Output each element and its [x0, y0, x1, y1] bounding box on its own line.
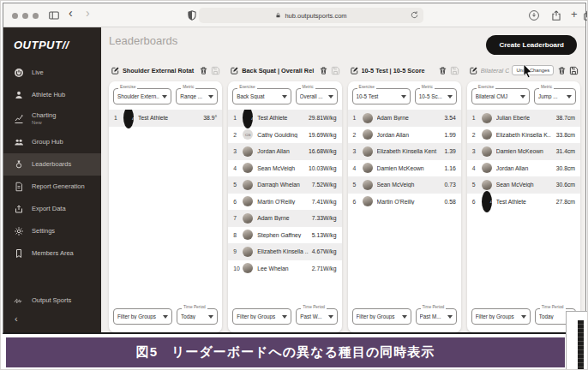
exercise-select[interactable]: Exercise 10-5 Test: [352, 88, 411, 104]
chevron-down-icon: [328, 315, 333, 319]
leaderboard-row[interactable]: 2 Jordan Allan 1.99: [348, 127, 461, 144]
edit-icon[interactable]: [230, 66, 239, 75]
metric-select[interactable]: Metric Overall ...: [296, 88, 338, 104]
athlete-name: Sean McVeigh: [496, 182, 556, 188]
result-value: 27.8cm: [556, 199, 575, 205]
sidebar-item-charting[interactable]: Charting New: [3, 106, 101, 131]
settings-icon: [14, 226, 24, 236]
delete-board-icon[interactable]: [557, 66, 567, 75]
new-tab-icon[interactable]: +: [571, 8, 578, 21]
chevron-down-icon: [520, 95, 525, 98]
athlete-name: Damien McKeown: [377, 165, 445, 171]
leaderboard-row[interactable]: 7 Adam Byrne 7.33W/kg: [228, 210, 341, 227]
exercise-select[interactable]: Exercise Bilateral CMJ: [471, 88, 530, 104]
sidebar-item-athlete-hub[interactable]: Athlete Hub: [3, 84, 101, 106]
metric-select[interactable]: Metric Jump ...: [534, 88, 576, 104]
exercise-select[interactable]: Exercise Shoulder Extern...: [113, 88, 171, 104]
avatar: [363, 146, 373, 157]
leaderboard-row[interactable]: 2 Elizabeth Kinsella K.. 33.8cm: [467, 127, 580, 144]
leaderboard-row[interactable]: 2 CG Cathy Goulding 19.69W/kg: [228, 127, 341, 144]
exercise-select[interactable]: Exercise Back Squat: [232, 88, 291, 104]
leaderboard-row[interactable]: 4 Jordan Allan 30.8cm: [467, 160, 580, 177]
tab-overview-icon[interactable]: [583, 9, 588, 21]
save-board-icon[interactable]: [211, 66, 220, 75]
chevron-down-icon: [401, 95, 406, 98]
athlete-name: Test Athlete: [496, 199, 556, 205]
sidebar-item-export-data[interactable]: Export Data: [3, 198, 101, 220]
edit-icon[interactable]: [469, 66, 478, 75]
downloads-icon[interactable]: [528, 9, 540, 21]
sidebar-item-members-area[interactable]: Members Area: [3, 242, 101, 265]
avatar: [482, 180, 492, 190]
leaderboard-row[interactable]: 3 Jordan Allan 16.68W/kg: [228, 143, 341, 160]
filter-by-groups-select[interactable]: Filter by Groups: [352, 308, 411, 325]
delete-board-icon[interactable]: [319, 66, 328, 75]
address-bar[interactable]: hub.outputsports.com: [199, 8, 423, 23]
leaderboard-row[interactable]: 3 Damien McKeown 31.4cm: [467, 143, 580, 160]
leaderboard-row[interactable]: 9 Elizabeth Kinsella .. 4.67W/kg: [228, 243, 341, 260]
athlete-name: Sean McVeigh: [257, 165, 309, 171]
leaderboard-row[interactable]: 10 Lee Whelan 2.71W/kg: [228, 260, 341, 278]
leaderboard-row[interactable]: 6 // Test Athlete 27.8cm: [467, 194, 580, 211]
traffic-light-zoom[interactable]: [33, 13, 39, 19]
athlete-name: Test Athlete: [138, 115, 203, 121]
live-icon: [14, 68, 24, 78]
time-period-select[interactable]: Time Period Today: [177, 308, 218, 325]
metric-select[interactable]: Metric Range ...: [176, 88, 218, 104]
leaderboard-row[interactable]: 4 Sean McVeigh 10.03W/kg: [228, 160, 341, 177]
delete-board-icon[interactable]: [438, 66, 447, 75]
forward-button[interactable]: ›: [86, 6, 90, 20]
sidebar: OUTPUT// Live Athlete Hub Charting New G…: [3, 27, 101, 332]
avatar: [243, 213, 253, 224]
filter-by-groups-select[interactable]: Filter by Groups: [232, 308, 291, 325]
leaderboard-column: Back Squat | Overall Rel Exercise Back S…: [228, 62, 341, 332]
leaderboard-row[interactable]: 6 Martin O'Reilly 7.41W/kg: [228, 194, 341, 211]
reload-icon[interactable]: [410, 10, 419, 20]
share-icon[interactable]: [550, 9, 562, 21]
metric-select[interactable]: Metric 10-5 Sc...: [415, 88, 457, 104]
report-generation-icon: [14, 182, 24, 192]
boards-container: Shoulder External Rotat Exercise Shoulde…: [109, 62, 580, 332]
delete-board-icon[interactable]: [199, 66, 208, 75]
sidebar-toggle-icon[interactable]: [48, 9, 60, 21]
chevron-down-icon: [328, 95, 333, 98]
leaderboard-row[interactable]: 1 // Test Athlete 38.9°: [109, 110, 222, 127]
filter-by-groups-select[interactable]: Filter by Groups: [471, 308, 531, 325]
leaderboard-row[interactable]: 5 Darragh Whelan 7.52W/kg: [228, 176, 341, 194]
result-value: 30.8cm: [556, 165, 575, 171]
leaderboard-row[interactable]: 5 Sean McVeigh 0.73: [348, 176, 461, 194]
leaderboard-row[interactable]: 5 Sean McVeigh 30.6cm: [467, 176, 580, 194]
create-leaderboard-button[interactable]: Create Leaderboard: [486, 35, 577, 55]
leaderboard-row[interactable]: 1 Adam Byrne 3.54: [348, 110, 461, 127]
sidebar-item-leaderboards[interactable]: Leaderboards: [3, 153, 101, 176]
sidebar-collapse-icon[interactable]: ‹: [3, 312, 101, 329]
leaderboard-rows: 1 // Test Athlete 29.81W/kg 2 CG Cathy G…: [228, 110, 341, 303]
sidebar-item-output-sports[interactable]: Output Sports: [3, 289, 101, 312]
sidebar-item-report-generation[interactable]: Report Generation: [3, 176, 101, 198]
save-board-icon[interactable]: [450, 66, 459, 75]
sidebar-item-group-hub[interactable]: Group Hub: [3, 131, 101, 153]
leaderboard-row[interactable]: 8 Stephen Gaffney 5.13W/kg: [228, 227, 341, 244]
leaderboard-row[interactable]: 3 Elizabeth Kinsella Kent 1.39: [348, 143, 461, 160]
sidebar-item-settings[interactable]: Settings: [3, 220, 101, 242]
shield-icon[interactable]: [186, 9, 198, 21]
save-board-icon[interactable]: [569, 66, 579, 75]
filter-by-groups-select[interactable]: Filter by Groups: [113, 308, 172, 325]
save-board-icon[interactable]: [331, 66, 340, 75]
traffic-light-close[interactable]: [12, 13, 18, 19]
time-period-select[interactable]: Time Period Past M...: [416, 308, 457, 325]
edit-icon[interactable]: [350, 66, 359, 75]
edit-icon[interactable]: [111, 66, 120, 75]
leaderboard-row[interactable]: 1 // Test Athlete 29.81W/kg: [228, 110, 341, 127]
leaderboard-row[interactable]: 4 Damien McKeown 1.16: [348, 160, 461, 177]
time-period-select[interactable]: Time Period Past W...: [296, 308, 337, 325]
traffic-light-minimize[interactable]: [22, 13, 28, 19]
back-button[interactable]: ‹: [69, 6, 73, 20]
sidebar-item-live[interactable]: Live: [3, 62, 101, 84]
sidebar-item-label: Leaderboards: [32, 161, 71, 169]
avatar: [243, 247, 253, 257]
leaderboard-row[interactable]: 1 Julian Eberle 38.7cm: [467, 110, 580, 127]
leaderboard-row[interactable]: 6 Martin O'Reilly 0.58: [348, 194, 461, 211]
athlete-name: Cathy Goulding: [257, 132, 309, 138]
chevron-down-icon: [208, 315, 213, 319]
